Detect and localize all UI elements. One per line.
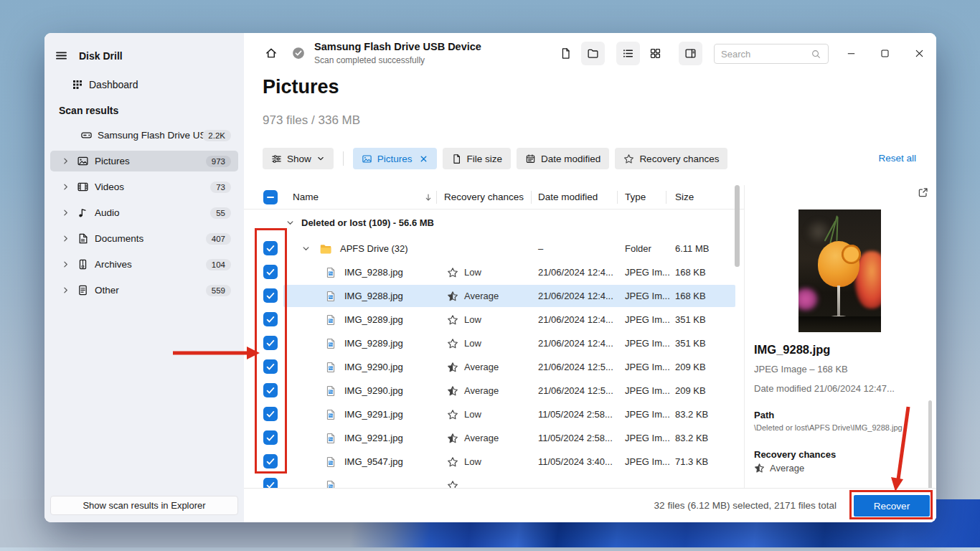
sidebar-item-drive[interactable]: Samsung Flash Drive USB... 2.2K <box>50 125 238 146</box>
chevron-down-icon[interactable] <box>286 218 295 227</box>
group-label: Deleted or lost (109) - 56.6 MB <box>301 217 434 228</box>
check-icon <box>265 456 276 467</box>
sidebar-item-other[interactable]: Other559 <box>50 280 238 301</box>
column-divider <box>666 191 666 204</box>
chevron-right-icon[interactable] <box>61 156 70 166</box>
sidebar-item-videos[interactable]: Videos73 <box>50 176 238 197</box>
videos-icon <box>77 181 89 193</box>
column-header-recovery[interactable]: Recovery chances <box>444 192 524 202</box>
date-modified-filter-button[interactable]: Date modified <box>517 148 609 169</box>
pictures-filter-chip[interactable]: Pictures <box>353 148 437 169</box>
search-box[interactable] <box>714 44 829 64</box>
sort-descending-icon[interactable] <box>423 192 433 202</box>
close-button[interactable] <box>908 42 931 65</box>
table-scrollbar[interactable] <box>735 185 740 267</box>
chevron-down-icon[interactable] <box>301 244 311 253</box>
size-cell: 351 KB <box>675 308 706 331</box>
hamburger-menu-icon[interactable] <box>55 49 68 62</box>
new-session-button[interactable] <box>554 42 578 65</box>
type-cell: JPEG Im... <box>625 402 670 426</box>
column-header-size[interactable]: Size <box>675 192 694 202</box>
row-checkbox[interactable] <box>263 430 278 445</box>
sliders-icon <box>271 154 282 164</box>
column-header-name[interactable]: Name <box>293 192 319 202</box>
column-header-date[interactable]: Date modified <box>538 192 598 202</box>
table-row-folder[interactable]: APFS Drive (32)–Folder6.11 MB <box>244 237 744 260</box>
row-checkbox[interactable] <box>263 478 278 488</box>
desktop-wallpaper-edge <box>0 547 980 551</box>
jpeg-file-icon <box>325 385 336 397</box>
group-row-deleted-or-lost[interactable]: Deleted or lost (109) - 56.6 MB <box>244 209 744 237</box>
detail-recovery-value: Average <box>754 463 804 474</box>
chevron-right-icon[interactable] <box>61 182 70 192</box>
size-cell: 209 KB <box>675 379 706 402</box>
toggle-panel-button[interactable] <box>679 42 702 65</box>
chevron-right-icon[interactable] <box>61 234 70 243</box>
row-checkbox[interactable] <box>263 288 278 303</box>
search-input[interactable] <box>721 49 811 60</box>
page-title: Pictures <box>263 76 339 98</box>
file-name: IMG_9289.jpg <box>344 338 403 349</box>
date-modified-cell: 21/06/2024 12:4... <box>538 308 613 331</box>
table-row-file[interactable]: IMG_9289.jpgLow21/06/2024 12:4...JPEG Im… <box>244 308 744 331</box>
sidebar-item-dashboard[interactable]: Dashboard <box>44 74 244 95</box>
file-size-filter-button[interactable]: File size <box>443 148 512 169</box>
date-modified-cell: 11/05/2024 2:58... <box>538 402 613 426</box>
recover-button[interactable]: Recover <box>854 495 930 517</box>
table-row-file[interactable]: IMG_9288.jpgAverage21/06/2024 12:4...JPE… <box>244 284 744 308</box>
table-row-file[interactable]: IMG_9547.jpgLow11/05/2024 3:40...JPEG Im… <box>244 450 744 474</box>
sidebar-item-audio[interactable]: Audio55 <box>50 202 238 223</box>
size-cell: 6.11 MB <box>675 237 709 260</box>
row-checkbox[interactable] <box>263 312 278 326</box>
row-checkbox[interactable] <box>263 265 278 279</box>
sidebar-item-archives[interactable]: Archives104 <box>50 254 238 275</box>
remove-filter-icon[interactable] <box>419 154 428 164</box>
select-all-checkbox[interactable] <box>263 190 278 204</box>
sidebar-item-label: Other <box>95 285 119 296</box>
row-checkbox[interactable] <box>263 336 278 350</box>
row-checkbox[interactable] <box>263 241 278 255</box>
close-icon <box>914 48 925 59</box>
open-folder-button[interactable] <box>581 42 605 65</box>
show-in-explorer-button[interactable]: Show scan results in Explorer <box>50 496 238 515</box>
count-badge: 2.2K <box>202 130 231 141</box>
file-name: IMG_9290.jpg <box>344 362 403 372</box>
chevron-right-icon[interactable] <box>61 260 70 269</box>
star-icon <box>623 154 634 164</box>
jpeg-file-icon <box>325 456 336 468</box>
table-row-file[interactable]: IMG_9289.jpgLow21/06/2024 12:4...JPEG Im… <box>244 331 744 355</box>
reset-all-link[interactable]: Reset all <box>878 148 916 169</box>
filter-label: Show <box>287 154 311 164</box>
list-view-button[interactable] <box>616 42 640 65</box>
table-row-file[interactable]: IMG_9290.jpgAverage21/06/2024 12:5...JPE… <box>244 379 744 402</box>
table-row-file[interactable]: IMG_9288.jpgLow21/06/2024 12:4...JPEG Im… <box>244 260 744 284</box>
maximize-button[interactable] <box>873 42 897 65</box>
table-row-file[interactable]: IMG_9290.jpgAverage21/06/2024 12:5...JPE… <box>244 355 744 379</box>
count-badge: 73 <box>210 182 231 193</box>
table-row-file[interactable]: IMG_9291.jpgAverage11/05/2024 2:58...JPE… <box>244 426 744 450</box>
filter-label: Date modified <box>541 154 600 164</box>
minimize-button[interactable] <box>839 42 863 65</box>
recovery-chances-filter-button[interactable]: Recovery chances <box>615 148 727 169</box>
row-checkbox[interactable] <box>263 383 278 397</box>
panel-scrollbar[interactable] <box>928 400 932 494</box>
sidebar-item-documents[interactable]: Documents407 <box>50 228 238 249</box>
sidebar-item-pictures[interactable]: Pictures973 <box>50 151 238 171</box>
size-cell: 83.2 KB <box>675 402 708 426</box>
footer-bar: 32 files (6.12 MB) selected, 2171 files … <box>244 488 936 522</box>
table-row-file[interactable] <box>244 474 744 488</box>
grid-view-button[interactable] <box>644 42 667 65</box>
table-row-file[interactable]: IMG_9291.jpgLow11/05/2024 2:58...JPEG Im… <box>244 402 744 426</box>
size-cell: 209 KB <box>675 355 706 379</box>
row-checkbox[interactable] <box>263 407 278 421</box>
row-checkbox[interactable] <box>263 359 278 374</box>
chevron-right-icon[interactable] <box>61 208 70 217</box>
home-icon[interactable] <box>265 47 278 60</box>
column-header-type[interactable]: Type <box>625 192 646 202</box>
chevron-right-icon[interactable] <box>61 286 70 295</box>
show-filter-button[interactable]: Show <box>263 148 334 169</box>
archives-icon <box>77 258 89 270</box>
grid-view-icon <box>649 47 661 60</box>
row-checkbox[interactable] <box>263 454 278 468</box>
open-preview-icon[interactable] <box>917 187 929 199</box>
